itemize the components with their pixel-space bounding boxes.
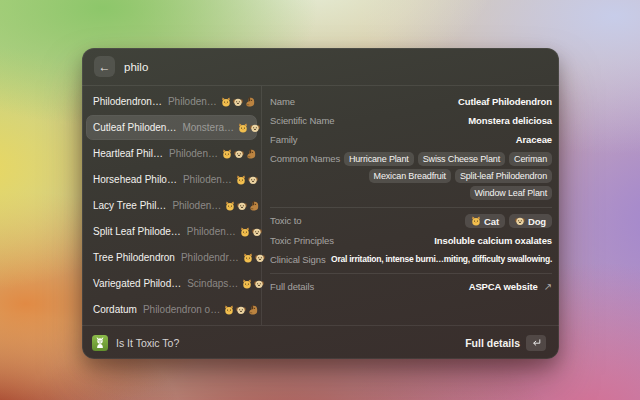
back-button[interactable]: ← [94, 56, 115, 77]
common-name-tag: Hurricane Plant [344, 152, 414, 166]
list-item[interactable]: Lacy Tree Phil…Philoden… [86, 193, 257, 218]
detail-row-family: Family Araceae [270, 134, 552, 146]
toxicity-animal-icons [220, 305, 258, 315]
list-item-title: Tree Philodendron [93, 252, 175, 263]
dog-icon [252, 227, 262, 237]
toxicity-animal-icons [232, 175, 258, 185]
extension-window: ← Philodendron…Philoden…Cutleaf Philoden… [82, 48, 559, 359]
field-value: Insoluble calcium oxalates [334, 235, 552, 246]
cat-icon [471, 216, 481, 226]
horse-icon [246, 149, 256, 159]
action-label: Full details [465, 337, 520, 349]
list-item-title: Horsehead Philo… [93, 174, 177, 185]
detail-row-clinical-signs: Clinical Signs Oral irritation, intense … [270, 254, 552, 266]
cat-icon [236, 175, 246, 185]
list-item-title: Lacy Tree Phil… [93, 200, 166, 211]
field-value: Araceae [297, 134, 552, 145]
detail-row-toxic-principles: Toxic Principles Insoluble calcium oxala… [270, 235, 552, 247]
list-item[interactable]: Philodendron…Philoden… [86, 89, 257, 114]
toxicity-animal-icons [239, 253, 265, 263]
field-label: Full details [270, 281, 314, 292]
cat-icon [242, 279, 252, 289]
cat-icon [225, 201, 235, 211]
field-label: Clinical Signs [270, 254, 326, 265]
toxic-to-tags: CatDog [301, 214, 552, 228]
toxicity-animal-icons [234, 123, 260, 133]
details-pane: Name Cutleaf Philodendron Scientific Nam… [262, 86, 559, 325]
cat-icon [224, 305, 234, 315]
detail-row-common-names: Common Names Hurricane PlantSwiss Cheese… [270, 153, 552, 200]
list-item[interactable]: Heartleaf Phil…Philoden… [86, 141, 257, 166]
desktop-background: ← Philodendron…Philoden…Cutleaf Philoden… [0, 0, 640, 400]
section-divider [270, 207, 552, 208]
cat-icon [222, 149, 232, 159]
list-item-title: Split Leaf Philode… [93, 226, 181, 237]
field-label: Family [270, 134, 297, 145]
app-name: Is It Toxic To? [116, 337, 179, 349]
horse-icon [248, 305, 258, 315]
list-item[interactable]: Split Leaf Philode…Philoden… [86, 219, 257, 244]
full-details-action[interactable]: Full details [462, 333, 549, 353]
toxic-to-cat-tag: Cat [465, 214, 505, 228]
aspca-link[interactable]: ASPCA website↗ [314, 281, 552, 292]
list-item-subtitle: Monstera… [182, 122, 234, 133]
common-names-tags: Hurricane PlantSwiss Cheese PlantCeriman… [340, 152, 552, 200]
section-divider [270, 273, 552, 274]
list-item-title: Cordatum [93, 304, 137, 315]
field-label: Name [270, 96, 295, 107]
list-item-subtitle: Philoden… [169, 148, 218, 159]
field-label: Scientific Name [270, 115, 335, 126]
list-item-subtitle: Scindaps… [187, 278, 238, 289]
return-key-icon [526, 335, 546, 351]
list-item-subtitle: Philoden… [172, 200, 221, 211]
list-item[interactable]: Variegated Philod…Scindaps… [86, 271, 257, 296]
results-list: Philodendron…Philoden…Cutleaf Philoden…M… [82, 86, 262, 325]
animal-label: Cat [484, 216, 499, 227]
list-item[interactable]: CordatumPhilodendron o… [86, 297, 257, 322]
toxicity-animal-icons [217, 97, 255, 107]
list-item-subtitle: Philoden… [183, 174, 232, 185]
search-bar: ← [82, 48, 559, 86]
animal-label: Dog [528, 216, 546, 227]
list-item-title: Cutleaf Philoden… [93, 122, 176, 133]
list-item-title: Philodendron… [93, 96, 162, 107]
dog-icon [236, 305, 246, 315]
dog-icon [233, 97, 243, 107]
dog-icon [237, 201, 247, 211]
toxicity-animal-icons [236, 227, 262, 237]
aspca-link-label: ASPCA website [469, 281, 538, 292]
cat-icon [238, 123, 248, 133]
detail-row-name: Name Cutleaf Philodendron [270, 96, 552, 108]
cat-icon [240, 227, 250, 237]
field-label: Common Names [270, 153, 340, 164]
field-value: Cutleaf Philodendron [295, 96, 552, 107]
field-value: Monstera deliciosa [335, 115, 553, 126]
list-item-title: Heartleaf Phil… [93, 148, 163, 159]
list-item-subtitle: Philoden… [187, 226, 236, 237]
cat-icon [221, 97, 231, 107]
toxicity-animal-icons [238, 279, 264, 289]
action-bar: Is It Toxic To? Full details [82, 325, 559, 359]
is-it-toxic-to-app-icon [92, 335, 108, 351]
list-item[interactable]: Horsehead Philo…Philoden… [86, 167, 257, 192]
dog-icon [250, 123, 260, 133]
dog-icon [515, 216, 525, 226]
common-name-tag: Window Leaf Plant [470, 186, 553, 200]
list-item[interactable]: Tree PhilodendronPhilodendr… [86, 245, 257, 270]
list-item[interactable]: Cutleaf Philoden…Monstera… [86, 115, 257, 140]
field-value: Oral irritation, intense burni…miting, d… [326, 254, 552, 264]
list-item-subtitle: Philodendr… [181, 252, 239, 263]
detail-row-scientific-name: Scientific Name Monstera deliciosa [270, 115, 552, 127]
toxic-to-dog-tag: Dog [509, 214, 552, 228]
toxicity-animal-icons [221, 201, 259, 211]
common-name-tag: Mexican Breadfruit [369, 169, 451, 183]
cat-icon [243, 253, 253, 263]
horse-icon [249, 201, 259, 211]
list-item-subtitle: Philoden… [168, 96, 217, 107]
dog-icon [234, 149, 244, 159]
detail-row-toxic-to: Toxic to CatDog [270, 215, 552, 228]
field-label: Toxic to [270, 215, 301, 226]
horse-icon [245, 97, 255, 107]
search-input[interactable] [124, 61, 547, 73]
detail-row-full-details: Full details ASPCA website↗ [270, 281, 552, 293]
